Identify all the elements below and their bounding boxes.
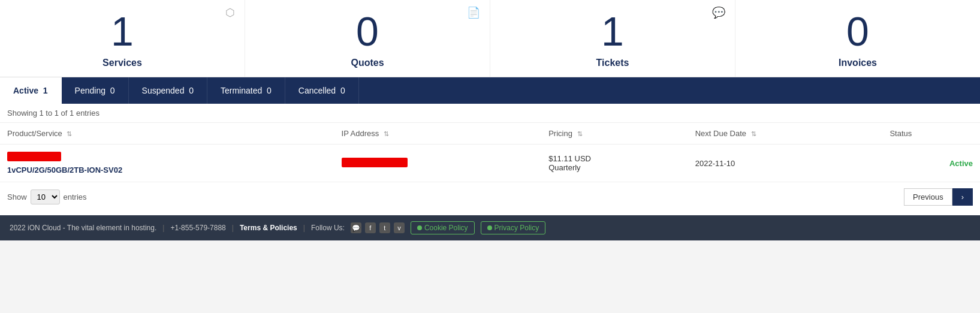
tabs-bar: Active 1 Pending 0 Suspended 0 Terminate… bbox=[0, 77, 980, 104]
stat-card-invoices[interactable]: 0 Invoices bbox=[735, 0, 980, 77]
services-label: Services bbox=[102, 58, 142, 68]
stat-card-quotes[interactable]: 📄 0 Quotes bbox=[245, 0, 490, 77]
facebook-icon[interactable]: f bbox=[365, 222, 376, 233]
sort-icon-due: ⇅ bbox=[751, 130, 756, 138]
footer-company: 2022 iON Cloud - The vital element in ho… bbox=[10, 224, 156, 232]
tab-pending[interactable]: Pending 0 bbox=[62, 77, 129, 104]
services-table: Product/Service ⇅ IP Address ⇅ Pricing ⇅… bbox=[0, 122, 980, 182]
tab-active[interactable]: Active 1 bbox=[0, 77, 62, 104]
tickets-label: Tickets bbox=[596, 58, 629, 68]
prev-button[interactable]: Previous bbox=[904, 188, 952, 206]
show-entries-control: Show 10 25 50 entries bbox=[7, 189, 87, 204]
table-footer: Show 10 25 50 entries Previous › bbox=[0, 182, 980, 209]
show-label: Show bbox=[7, 192, 27, 201]
pricing-cycle: Quarterly bbox=[548, 163, 580, 172]
stat-card-tickets[interactable]: 💬 1 Tickets bbox=[490, 0, 735, 77]
privacy-dot bbox=[487, 225, 492, 230]
tab-suspended[interactable]: Suspended 0 bbox=[129, 77, 207, 104]
quotes-count: 0 bbox=[356, 11, 379, 52]
pricing-cell: $11.11 USD Quarterly bbox=[541, 145, 688, 182]
follow-us-label: Follow Us: bbox=[311, 224, 345, 232]
privacy-policy-label: Privacy Policy bbox=[494, 224, 539, 232]
cookie-policy-label: Cookie Policy bbox=[424, 224, 468, 232]
invoices-count: 0 bbox=[846, 11, 869, 52]
quotes-label: Quotes bbox=[351, 58, 384, 68]
due-date-cell: 2022-11-10 bbox=[688, 145, 883, 182]
chat-social-icon[interactable]: 💬 bbox=[351, 222, 361, 233]
product-link[interactable]: 1vCPU/2G/50GB/2TB-ION-SV02 bbox=[7, 165, 327, 174]
footer-divider-2: | bbox=[232, 224, 234, 232]
tab-terminated[interactable]: Terminated 0 bbox=[207, 77, 285, 104]
col-ip[interactable]: IP Address ⇅ bbox=[334, 123, 542, 145]
entries-select[interactable]: 10 25 50 bbox=[31, 189, 60, 204]
privacy-policy-button[interactable]: Privacy Policy bbox=[481, 221, 546, 234]
product-cell[interactable]: 1vCPU/2G/50GB/2TB-ION-SV02 bbox=[0, 145, 334, 182]
entries-label: entries bbox=[64, 192, 87, 201]
footer-divider-3: | bbox=[303, 224, 305, 232]
cookie-dot bbox=[417, 225, 422, 230]
next-button[interactable]: › bbox=[952, 188, 973, 206]
services-count: 1 bbox=[111, 11, 134, 52]
cookie-policy-button[interactable]: Cookie Policy bbox=[411, 221, 475, 234]
status-cell: Active bbox=[882, 145, 980, 182]
services-icon: ⬡ bbox=[225, 6, 235, 19]
col-pricing[interactable]: Pricing ⇅ bbox=[541, 123, 688, 145]
col-due-date[interactable]: Next Due Date ⇅ bbox=[688, 123, 883, 145]
social-icons: 💬 f t v bbox=[351, 222, 405, 233]
stats-row: ⬡ 1 Services 📄 0 Quotes 💬 1 Tickets 0 In… bbox=[0, 0, 980, 77]
pagination-controls: Previous › bbox=[904, 188, 973, 206]
sort-icon-ip: ⇅ bbox=[384, 130, 389, 138]
vimeo-icon[interactable]: v bbox=[394, 222, 405, 233]
footer-phone: +1-855-579-7888 bbox=[170, 224, 225, 232]
sort-icon-pricing: ⇅ bbox=[577, 130, 583, 138]
redacted-product-name bbox=[7, 152, 61, 161]
stat-card-services[interactable]: ⬡ 1 Services bbox=[0, 0, 245, 77]
quotes-icon: 📄 bbox=[467, 6, 480, 19]
redacted-ip bbox=[342, 158, 408, 167]
table-section: Showing 1 to 1 of 1 entries Product/Serv… bbox=[0, 104, 980, 215]
sort-icon-product: ⇅ bbox=[67, 130, 72, 138]
tickets-icon: 💬 bbox=[712, 6, 725, 19]
col-status: Status bbox=[882, 123, 980, 145]
terms-link[interactable]: Terms & Policies bbox=[240, 224, 297, 232]
page-footer: 2022 iON Cloud - The vital element in ho… bbox=[0, 215, 980, 240]
footer-divider-1: | bbox=[162, 224, 164, 232]
invoices-label: Invoices bbox=[839, 58, 877, 68]
table-row: 1vCPU/2G/50GB/2TB-ION-SV02 $11.11 USD Qu… bbox=[0, 145, 980, 182]
ip-cell bbox=[334, 145, 542, 182]
tickets-count: 1 bbox=[601, 11, 624, 52]
twitter-icon[interactable]: t bbox=[379, 222, 390, 233]
col-product[interactable]: Product/Service ⇅ bbox=[0, 123, 334, 145]
pricing-amount: $11.11 USD bbox=[548, 154, 591, 163]
tab-cancelled[interactable]: Cancelled 0 bbox=[285, 77, 359, 104]
showing-text: Showing 1 to 1 of 1 entries bbox=[0, 104, 980, 122]
